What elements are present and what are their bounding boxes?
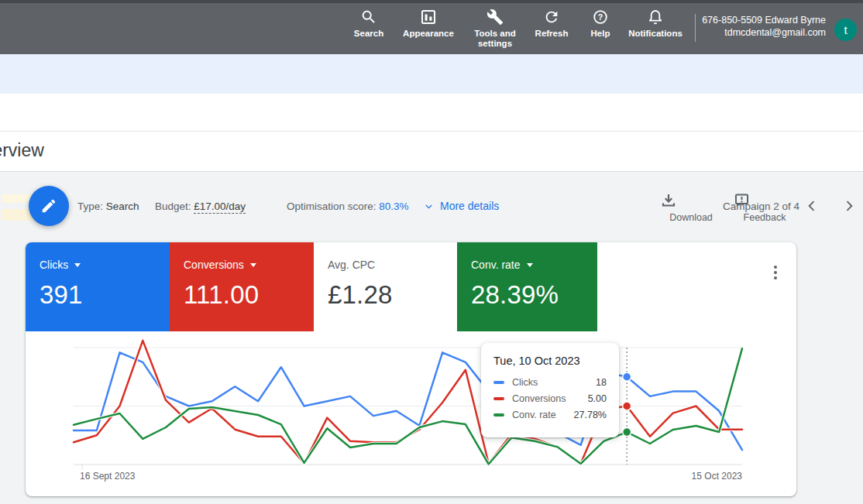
feedback-icon: [734, 192, 796, 209]
tooltip-row: Conversions 5.00: [493, 393, 607, 404]
x-axis-start-label: 16 Sept 2023: [80, 471, 135, 482]
tooltip-clicks-value: 18: [596, 377, 607, 388]
chart-tooltip: Tue, 10 Oct 2023 Clicks 18 Conversions 5…: [481, 343, 619, 437]
nav-refresh-label: Refresh: [521, 29, 583, 39]
scorecard-avg-cpc[interactable]: Avg. CPC £1.28: [314, 242, 457, 331]
scorecard-avg-cpc-label: Avg. CPC: [328, 259, 375, 271]
tooltip-clicks-label: Clicks: [512, 377, 596, 388]
highlight-dot-conversions: [623, 402, 631, 410]
series-line-conv-rate: [74, 348, 742, 464]
optimisation-label: Optimisation score:: [287, 201, 376, 212]
page-title: Overview: [0, 140, 44, 161]
account-id: 676-850-5509 Edward Byrne: [702, 14, 826, 26]
avatar[interactable]: t: [834, 19, 857, 41]
topbar-divider: [695, 14, 696, 42]
scorecard-conv-rate-label: Conv. rate: [471, 259, 521, 271]
account-email: tdmcdental@gmail.com: [702, 26, 826, 39]
tooltip-row: Conv. rate 27.78%: [493, 410, 607, 420]
tooltip-conversions-value: 5.00: [588, 393, 607, 404]
scorecard-avg-cpc-value: £1.28: [328, 280, 457, 310]
nav-search[interactable]: Search: [338, 8, 400, 39]
tooltip-conversions-label: Conversions: [512, 393, 588, 404]
scorecard-clicks[interactable]: Clicks 391: [26, 242, 170, 331]
caret-down-icon: [74, 263, 81, 267]
campaign-type: Type: Search: [77, 201, 139, 212]
legend-dash-conversions: [493, 397, 504, 400]
chevron-down-icon: [424, 201, 434, 211]
feedback-button[interactable]: Feedback: [734, 192, 796, 223]
nav-notifications[interactable]: Notifications: [617, 8, 694, 39]
optimisation-value[interactable]: 80.3%: [379, 201, 408, 212]
scorecard-conv-rate[interactable]: Conv. rate 28.39%: [457, 242, 597, 331]
legend-dash-conv-rate: [493, 413, 504, 417]
refresh-icon: [521, 8, 583, 26]
series-halo: [74, 348, 742, 464]
more-details-button[interactable]: More details: [424, 200, 499, 212]
series-line-clicks: [74, 352, 742, 450]
highlight-dot-conv-rate: [623, 428, 631, 437]
x-axis-end-label: 15 Oct 2023: [649, 471, 742, 482]
scorecard-conv-rate-value: 28.39%: [471, 280, 597, 310]
nav-tools-settings[interactable]: Tools and settings: [466, 8, 524, 49]
topbar-top-strip: [0, 0, 863, 3]
more-details-label: More details: [440, 200, 499, 212]
highlight-dot-clicks: [623, 372, 631, 381]
optimisation-score: Optimisation score: 80.3%: [287, 201, 409, 212]
type-value: Search: [106, 201, 139, 212]
budget-value[interactable]: £17.00/day: [194, 201, 246, 214]
download-button[interactable]: Download: [660, 192, 722, 223]
scorecard-conversions-label: Conversions: [184, 259, 244, 271]
bell-icon: [617, 8, 694, 26]
overview-header-row: Overview Last 30 days 16 Sept - 15 Oct 2…: [0, 132, 863, 172]
download-icon: [660, 192, 722, 209]
nav-search-label: Search: [338, 29, 400, 39]
scorecard-conversions[interactable]: Conversions 111.00: [170, 242, 314, 331]
nav-tools-settings-label: Tools and settings: [466, 29, 524, 49]
nav-appearance[interactable]: Appearance: [394, 8, 463, 39]
next-campaign-button[interactable]: [841, 198, 857, 214]
tooltip-row: Clicks 18: [493, 377, 607, 388]
avatar-letter: t: [844, 23, 847, 36]
card-overflow-menu-button[interactable]: [766, 263, 785, 282]
series-line-conversions: [74, 341, 742, 464]
edit-fab-button[interactable]: [29, 186, 69, 226]
appearance-icon: [394, 8, 463, 26]
legend-dash-clicks: [493, 381, 504, 384]
svg-text:?: ?: [598, 12, 603, 22]
pencil-icon: [40, 197, 57, 214]
type-label: Type:: [77, 201, 103, 212]
wrench-icon: [466, 8, 524, 26]
google-ads-app: Search Appearance Tools and settings Ref…: [0, 0, 863, 504]
overview-chart-card: Clicks 391 Conversions 111.00 Avg. CPC £…: [26, 242, 796, 496]
caret-down-icon: [527, 263, 533, 267]
budget-label: Budget:: [155, 201, 191, 212]
scorecard-clicks-value: 391: [40, 280, 170, 310]
tooltip-date: Tue, 10 Oct 2023: [493, 355, 607, 367]
nav-notifications-label: Notifications: [617, 29, 694, 39]
nav-refresh[interactable]: Refresh: [521, 8, 583, 39]
campaign-budget: Budget: £17.00/day: [155, 201, 246, 212]
nav-appearance-label: Appearance: [394, 29, 463, 39]
top-app-bar: Search Appearance Tools and settings Ref…: [0, 0, 863, 54]
series-halo: [74, 352, 742, 450]
campaign-info-bar: Type: Search Budget: £17.00/day Optimisa…: [0, 94, 863, 132]
tooltip-conv-rate-label: Conv. rate: [512, 410, 574, 420]
feedback-label: Feedback: [734, 212, 796, 223]
series-halo: [74, 341, 742, 464]
previous-campaign-button[interactable]: [804, 198, 820, 214]
download-label: Download: [660, 212, 722, 223]
scorecard-clicks-label: Clicks: [40, 259, 68, 271]
scorecard-conversions-value: 111.00: [184, 280, 314, 310]
tooltip-conv-rate-value: 27.78%: [574, 410, 607, 420]
search-icon: [338, 8, 400, 26]
caret-down-icon: [250, 263, 256, 267]
account-info[interactable]: 676-850-5509 Edward Byrne tdmcdental@gma…: [702, 14, 826, 39]
new-design-banner: e Ads design. Switch to the new design t…: [0, 54, 863, 94]
